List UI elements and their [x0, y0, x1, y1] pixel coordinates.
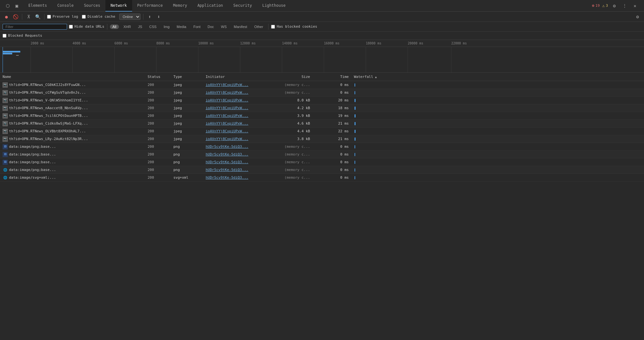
filter-btn-all[interactable]: All — [110, 24, 119, 29]
col-header-type[interactable]: Type — [171, 75, 203, 79]
tab-performance[interactable]: Performance — [132, 0, 168, 12]
filter-btn-doc[interactable]: Doc — [205, 24, 217, 29]
filter-btn-js[interactable]: JS — [135, 24, 145, 29]
row-initiator[interactable]: hUDr5cv9tKe-5diQ3... — [203, 145, 274, 149]
filter-btn-media[interactable]: Media — [174, 24, 189, 29]
row-type: jpeg — [171, 137, 203, 141]
table-row[interactable]: 🖼 data:image/png;base... 200 png hUDr5cv… — [0, 143, 644, 151]
filter-btn-manifest[interactable]: Manifest — [231, 24, 250, 29]
col-header-time[interactable]: Time — [313, 75, 351, 79]
settings-icon[interactable]: ⚙ — [610, 2, 618, 10]
table-row[interactable]: 🖼 data:image/png;base... 200 png hUDr5cv… — [0, 158, 644, 166]
row-size: 4.6 kB — [274, 121, 313, 126]
row-initiator[interactable]: ioAVnYYj8CxpiUPxW... — [203, 129, 274, 133]
table-row[interactable]: 📷 th?id=OPN.RTNews_Cidks0wSjMaG-LFXq... … — [0, 120, 644, 128]
table-row[interactable]: 🖼 data:image/png;base... 200 png hUDr5cv… — [0, 151, 644, 158]
preserve-log-input[interactable] — [47, 15, 51, 19]
network-settings-icon[interactable]: ⚙ — [634, 13, 641, 21]
tab-network[interactable]: Network — [105, 0, 132, 12]
row-time: 0 ms — [313, 145, 351, 149]
image-icon: 📷 — [3, 90, 8, 95]
tab-sources[interactable]: Sources — [79, 0, 105, 12]
disable-cache-checkbox[interactable]: Disable cache — [82, 14, 115, 19]
row-time: 0 ms — [313, 90, 351, 95]
row-type: jpeg — [171, 90, 203, 95]
col-header-size[interactable]: Size — [274, 75, 313, 79]
filter-btn-ws[interactable]: WS — [219, 24, 229, 29]
has-blocked-cookies-input[interactable] — [271, 25, 275, 29]
row-initiator[interactable]: hUDr5cv9tKe-5diQ3... — [203, 168, 274, 172]
row-initiator[interactable]: hUDr5cv9tKe-5diQ3... — [203, 152, 274, 156]
tab-lighthouse[interactable]: Lighthouse — [257, 0, 291, 12]
row-initiator[interactable]: ioAVnYYj8CxpiUPxW... — [203, 121, 274, 126]
row-initiator[interactable]: ioAVnYYj8CxpiUPxW... — [203, 83, 274, 87]
table-row[interactable]: 📷 th?id=OPN.RTNews_7cil6CPOtDaunHPTB... … — [0, 112, 644, 120]
col-header-name[interactable]: Name — [0, 75, 145, 79]
row-time: 22 ms — [313, 129, 351, 133]
disable-cache-input[interactable] — [82, 15, 86, 19]
stop-recording-button[interactable]: 🚫 — [12, 13, 19, 21]
row-waterfall — [351, 114, 644, 118]
filter-btn-xhr[interactable]: XHR — [121, 24, 133, 29]
more-options-icon[interactable]: ⋮ — [621, 2, 629, 10]
col-header-status[interactable]: Status — [145, 75, 171, 79]
row-status: 200 — [145, 90, 171, 95]
row-initiator[interactable]: ioAVnYYj8CxpiUPxW... — [203, 106, 274, 110]
tab-memory[interactable]: Memory — [168, 0, 192, 12]
row-initiator[interactable]: ioAVnYYj8CxpiUPxW... — [203, 98, 274, 102]
hide-data-urls-checkbox[interactable]: Hide data URLs — [69, 24, 104, 29]
row-type: jpeg — [171, 106, 203, 110]
search-icon[interactable]: 🔍 — [34, 13, 42, 21]
timeline-canvas[interactable] — [0, 47, 644, 73]
throttle-select[interactable]: Online — [119, 14, 141, 20]
cursor-icon[interactable]: ⬡ — [4, 2, 12, 10]
table-row[interactable]: 📷 th?id=OPN.RTNews_cCFWgSuVTqdv0nJs... 2… — [0, 89, 644, 97]
tab-elements[interactable]: Elements — [23, 0, 52, 12]
dock-icon[interactable]: ▣ — [13, 2, 21, 10]
filter-btn-other[interactable]: Other — [252, 24, 266, 29]
tab-console[interactable]: Console — [52, 0, 79, 12]
blocked-requests-checkbox[interactable]: Blocked Requests — [3, 33, 42, 38]
row-name-cell: 📷 th?id=OPN.RTNews_LRy-2AuKct82lNp3R... — [0, 137, 145, 142]
table-row[interactable]: 📷 th?id=OPN.RTNews_OLVBbt8XPRXOhAL7... 2… — [0, 128, 644, 135]
table-row[interactable]: 📷 th?id=OPN.RTNews_CG0kKIJ2s8YFuwGN... 2… — [0, 81, 644, 89]
record-button[interactable]: ● — [3, 13, 10, 21]
filter-btn-font[interactable]: Font — [191, 24, 203, 29]
close-icon[interactable]: ✕ — [631, 2, 639, 10]
row-initiator[interactable]: ioAVnYYj8CxpiUPxW... — [203, 114, 274, 118]
export-button[interactable]: ⬇ — [155, 13, 163, 21]
filter-separator-2 — [268, 24, 268, 30]
row-name-cell: 📷 th?id=OPN.RTNews_cCFWgSuVTqdv0nJs... — [0, 90, 145, 95]
table-row[interactable]: 📷 th?id=OPN.RTNews_V-QNlW5hhhomI1YtE... … — [0, 97, 644, 104]
row-initiator[interactable]: hUDr5cv9tKe-5diQ3... — [203, 160, 274, 164]
row-status: 200 — [145, 98, 171, 102]
row-status: 200 — [145, 137, 171, 141]
col-header-waterfall[interactable]: Waterfall ▲ — [351, 75, 644, 79]
table-row[interactable]: 🌐 data:image/svg+xml;... 200 svg+xml hUD… — [0, 174, 644, 182]
col-header-initiator[interactable]: Initiator — [203, 75, 274, 79]
row-initiator[interactable]: ioAVnYYj8CxpiUPxW... — [203, 90, 274, 95]
table-row[interactable]: 📷 th?id=OPN.RTNews_nAaccetB_NbnSuAVp... … — [0, 104, 644, 112]
filter-input[interactable] — [3, 24, 67, 30]
has-blocked-cookies-checkbox[interactable]: Has blocked cookies — [271, 24, 317, 29]
png-icon: 🖼 — [3, 152, 8, 157]
tab-application[interactable]: Application — [192, 0, 228, 12]
row-initiator[interactable]: ioAVnYYj8CxpiUPxW... — [203, 137, 274, 141]
row-initiator[interactable]: hUDr5cv9tKe-5diQ3... — [203, 175, 274, 180]
hide-data-urls-input[interactable] — [69, 25, 73, 29]
preserve-log-checkbox[interactable]: Preserve log — [47, 14, 78, 19]
filter-icon[interactable]: ⊼ — [25, 13, 33, 21]
image-icon: 📷 — [3, 113, 8, 118]
table-row[interactable]: 🌐 data:image/png;base... 200 png hUDr5cv… — [0, 166, 644, 174]
row-type: jpeg — [171, 98, 203, 102]
table-body: 📷 th?id=OPN.RTNews_CG0kKIJ2s8YFuwGN... 2… — [0, 81, 644, 182]
row-size: (memory c... — [274, 152, 313, 156]
import-button[interactable]: ⬆ — [146, 13, 154, 21]
timeline-header: 2000 ms 4000 ms 6000 ms 8000 ms 10000 ms… — [0, 40, 644, 47]
filter-btn-img[interactable]: Img — [161, 24, 172, 29]
table-row[interactable]: 📷 th?id=OPN.RTNews_LRy-2AuKct82lNp3R... … — [0, 135, 644, 143]
tab-security[interactable]: Security — [228, 0, 257, 12]
filter-btn-css[interactable]: CSS — [147, 24, 159, 29]
blocked-requests-input[interactable] — [3, 34, 6, 38]
row-name-cell: 🖼 data:image/png;base... — [0, 160, 145, 165]
